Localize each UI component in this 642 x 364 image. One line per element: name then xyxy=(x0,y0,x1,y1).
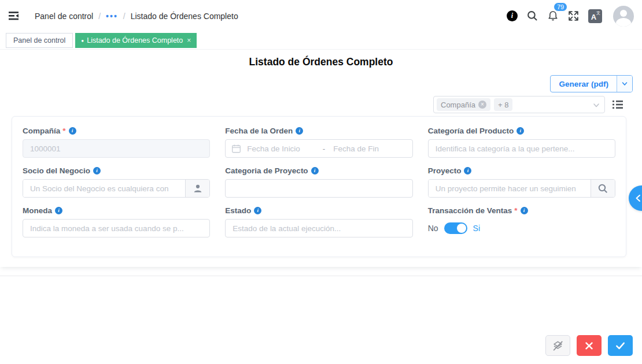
field-label: Estado xyxy=(225,206,251,215)
required-asterisk: * xyxy=(514,206,517,215)
breadcrumb-item-current: Listado de Órdenes Completo xyxy=(131,12,238,21)
field-moneda: Moneda i xyxy=(23,206,210,237)
field-categoria-proyecto: Categoria de Proyecto i xyxy=(225,166,412,198)
field-estado: Estado i xyxy=(225,206,412,237)
breadcrumb-separator: / xyxy=(98,12,101,21)
calendar-icon xyxy=(231,144,241,154)
categoria-producto-input[interactable] xyxy=(428,139,615,158)
breadcrumb-item-home[interactable]: Panel de control xyxy=(35,12,93,21)
field-compania: Compañía * i xyxy=(23,127,210,158)
user-avatar[interactable] xyxy=(613,6,634,27)
info-icon[interactable]: i xyxy=(516,127,524,135)
tab-panel-de-control[interactable]: Panel de control xyxy=(6,33,73,48)
toggle-label-si: Si xyxy=(473,224,480,233)
open-tabs-bar: Panel de control ● Listado de Órdenes Co… xyxy=(0,33,642,49)
form-grid: Compañía * i Fecha de la Orden i xyxy=(23,127,615,237)
filter-chip-more[interactable]: + 8 xyxy=(494,98,512,111)
field-label: Compañía xyxy=(23,127,60,135)
chip-remove-icon[interactable] xyxy=(478,101,486,109)
report-panel: Listado de Órdenes Completo Generar (pdf… xyxy=(0,49,642,267)
field-label: Moneda xyxy=(23,206,52,215)
field-categoria-producto: Categoría del Producto i xyxy=(428,127,615,158)
tab-listado-ordenes[interactable]: ● Listado de Órdenes Completo × xyxy=(75,33,197,48)
field-proyecto: Proyecto i xyxy=(428,166,615,198)
business-partner-lookup-button[interactable] xyxy=(185,180,209,197)
field-list-icon[interactable] xyxy=(612,99,623,110)
required-asterisk: * xyxy=(62,127,65,135)
cancel-button[interactable] xyxy=(577,335,602,356)
breadcrumb-collapsed-dots[interactable]: ••• xyxy=(106,12,118,21)
info-icon[interactable]: i xyxy=(296,127,303,135)
info-icon[interactable]: i xyxy=(254,207,261,214)
socio-negocio-input[interactable] xyxy=(23,180,185,197)
date-start-placeholder[interactable]: Fecha de Inicio xyxy=(241,144,320,153)
breadcrumb-separator: / xyxy=(123,12,126,21)
date-range-separator: - xyxy=(320,144,328,153)
section-divider xyxy=(0,276,642,276)
filter-chip-company: Compañía xyxy=(437,98,490,111)
field-label: Categoria de Proyecto xyxy=(225,166,308,175)
info-icon[interactable]: i xyxy=(464,167,471,174)
field-label: Fecha de la Orden xyxy=(225,127,293,135)
categoria-proyecto-input[interactable] xyxy=(225,179,412,198)
visible-fields-select[interactable]: Compañía + 8 xyxy=(433,96,605,113)
project-search-button[interactable] xyxy=(591,180,615,197)
info-icon[interactable]: i xyxy=(93,167,101,174)
generate-dropdown-caret[interactable] xyxy=(617,76,632,92)
page-title: Listado de Órdenes Completo xyxy=(0,56,642,68)
filters-form-card: Compañía * i Fecha de la Orden i xyxy=(12,116,626,257)
clear-filters-button[interactable] xyxy=(545,335,570,356)
confirm-button[interactable] xyxy=(608,335,633,356)
estado-input[interactable] xyxy=(225,219,412,237)
field-label: Categoría del Producto xyxy=(428,127,514,135)
notification-count-badge: 79 xyxy=(554,2,567,12)
field-fecha-orden: Fecha de la Orden i Fecha de I xyxy=(225,127,412,158)
footer-actions xyxy=(545,335,633,356)
info-icon[interactable]: i xyxy=(69,127,76,135)
app-window: Panel de control / ••• / Listado de Órde… xyxy=(0,0,642,364)
info-icon[interactable]: i xyxy=(521,207,528,214)
notifications-bell-icon[interactable]: 79 xyxy=(547,10,559,22)
field-socio-negocio: Socio del Negocio i xyxy=(23,166,210,198)
info-icon[interactable]: i xyxy=(311,167,319,174)
translate-icon[interactable]: A 文 xyxy=(588,9,602,23)
sales-transaction-toggle[interactable] xyxy=(444,222,467,234)
top-header: Panel de control / ••• / Listado de Órde… xyxy=(0,0,642,32)
field-label: Proyecto xyxy=(428,166,462,175)
toggle-label-no: No xyxy=(428,224,438,233)
compania-input[interactable] xyxy=(23,139,210,158)
field-label: Transacción de Ventas xyxy=(428,206,512,215)
filter-row: Compañía + 8 xyxy=(433,96,623,113)
search-icon[interactable] xyxy=(526,10,538,22)
generate-pdf-button[interactable]: Generar (pdf) xyxy=(550,75,633,92)
fullscreen-icon[interactable] xyxy=(567,10,580,22)
date-end-placeholder[interactable]: Fecha de Fin xyxy=(327,144,406,153)
info-icon[interactable]: i xyxy=(507,10,518,21)
date-range-input[interactable]: Fecha de Inicio - Fecha de Fin xyxy=(225,139,412,158)
moneda-input[interactable] xyxy=(23,219,210,237)
chevron-down-icon xyxy=(592,101,600,112)
sidebar-collapse-icon[interactable] xyxy=(8,10,21,22)
field-transaccion-ventas: Transacción de Ventas * i No Si xyxy=(428,206,615,237)
header-actions: i 79 xyxy=(507,6,634,27)
tab-close-icon[interactable]: × xyxy=(187,36,191,44)
active-tab-dot: ● xyxy=(81,38,84,43)
breadcrumb: Panel de control / ••• / Listado de Órde… xyxy=(35,12,238,21)
field-label: Socio del Negocio xyxy=(23,166,90,175)
info-icon[interactable]: i xyxy=(55,207,62,214)
proyecto-input[interactable] xyxy=(429,180,591,197)
